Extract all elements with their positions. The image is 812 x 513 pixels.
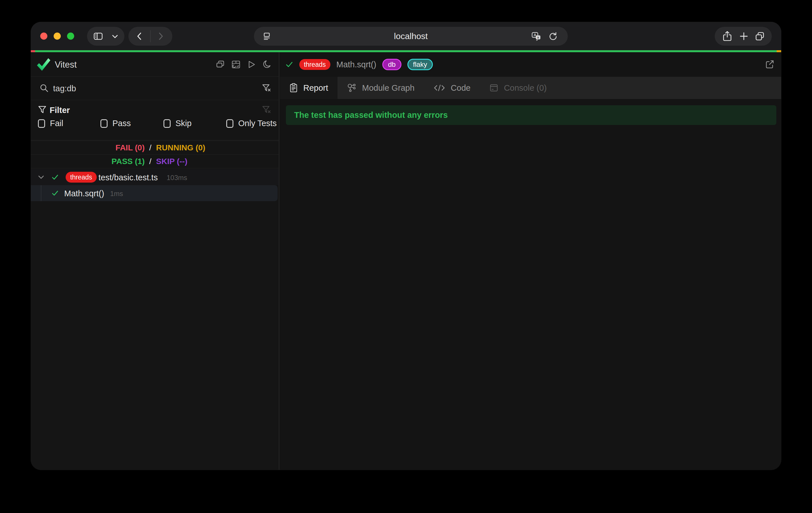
checkbox-icon bbox=[164, 119, 171, 128]
zoom-window-button[interactable] bbox=[67, 32, 74, 40]
share-icon[interactable] bbox=[722, 31, 732, 42]
pool-badge: threads bbox=[299, 59, 330, 70]
filter-funnel-icon bbox=[38, 105, 47, 114]
browser-toolbar: localhost A x bbox=[31, 22, 781, 50]
tab-code[interactable]: Code bbox=[424, 77, 480, 99]
tabs-icon[interactable] bbox=[755, 31, 765, 41]
chevron-down-icon[interactable] bbox=[112, 34, 118, 39]
filter-checkbox-skip[interactable]: Skip bbox=[164, 119, 192, 128]
status-separator: / bbox=[145, 143, 156, 152]
progress-pending-segment bbox=[777, 50, 781, 52]
status-row-pass-skip: PASS (1) / SKIP (--) bbox=[31, 154, 279, 168]
url-text: localhost bbox=[254, 27, 568, 46]
address-bar[interactable]: localhost A x bbox=[254, 27, 568, 46]
checkbox-icon bbox=[100, 119, 108, 128]
tab-label: Report bbox=[303, 83, 328, 93]
dashboard-icon[interactable] bbox=[231, 60, 240, 69]
minimize-window-button[interactable] bbox=[54, 32, 61, 40]
test-detail-panel: threads Math.sqrt() db flaky bbox=[280, 52, 781, 470]
tag-badge-db: db bbox=[382, 59, 401, 70]
code-icon bbox=[433, 84, 445, 92]
test-tree: threads test/basic.test.ts 103ms Math.sq… bbox=[31, 169, 279, 201]
filter-checkbox-fail[interactable]: Fail bbox=[38, 119, 63, 128]
cascade-windows-icon[interactable] bbox=[216, 60, 225, 69]
clear-filter-icon[interactable] bbox=[262, 83, 271, 93]
sidebar-toggle-group bbox=[87, 27, 124, 46]
checkbox-label: Pass bbox=[112, 119, 131, 128]
checkbox-label: Only Tests bbox=[238, 119, 277, 128]
skip-count: SKIP (--) bbox=[156, 157, 279, 166]
running-count: RUNNING (0) bbox=[156, 143, 279, 152]
app-header: Vitest bbox=[31, 52, 279, 77]
header-actions bbox=[216, 60, 272, 69]
banner-text: The test has passed without any errors bbox=[294, 110, 448, 120]
detail-test-title: Math.sqrt() bbox=[337, 60, 376, 69]
tab-console: Console (0) bbox=[480, 77, 556, 99]
nav-buttons-group bbox=[128, 27, 172, 46]
back-icon[interactable] bbox=[136, 32, 143, 41]
chevron-down-icon[interactable] bbox=[38, 175, 45, 179]
test-file-row[interactable]: threads test/basic.test.ts 103ms bbox=[31, 169, 279, 185]
nav-divider bbox=[150, 30, 151, 42]
progress-fail-segment bbox=[31, 50, 35, 52]
checkbox-label: Fail bbox=[50, 119, 63, 128]
vitest-ui: Vitest bbox=[31, 52, 781, 470]
forward-icon[interactable] bbox=[157, 32, 164, 41]
status-row-fail-running: FAIL (0) / RUNNING (0) bbox=[31, 141, 279, 154]
detail-tabbar: Report Module Graph bbox=[280, 77, 781, 99]
test-case-duration: 1ms bbox=[110, 190, 123, 198]
close-window-button[interactable] bbox=[40, 32, 47, 40]
test-file-name: test/basic.test.ts bbox=[98, 173, 158, 182]
pool-badge: threads bbox=[66, 172, 97, 182]
browser-window: localhost A x bbox=[31, 22, 781, 470]
filter-checkbox-only-tests[interactable]: Only Tests bbox=[226, 119, 277, 128]
search-icon bbox=[39, 83, 49, 93]
sidebar-icon[interactable] bbox=[93, 31, 103, 41]
detail-header: threads Math.sqrt() db flaky bbox=[280, 52, 781, 77]
test-explorer-panel: Vitest bbox=[31, 52, 279, 470]
status-separator: / bbox=[145, 157, 156, 166]
test-file-duration: 103ms bbox=[167, 174, 187, 182]
tab-module-graph[interactable]: Module Graph bbox=[338, 77, 424, 99]
tag-badge-flaky: flaky bbox=[407, 59, 433, 70]
fail-count: FAIL (0) bbox=[31, 143, 145, 152]
search-input[interactable]: tag:db bbox=[53, 84, 76, 93]
tab-report[interactable]: Report bbox=[280, 77, 338, 99]
test-passed-banner: The test has passed without any errors bbox=[286, 105, 776, 125]
tree-indent-guide bbox=[41, 185, 41, 201]
app-title: Vitest bbox=[55, 60, 77, 70]
test-progress-bar bbox=[31, 50, 781, 52]
search-bar[interactable]: tag:db bbox=[31, 77, 279, 100]
run-status-summary: FAIL (0) / RUNNING (0) PASS (1) / SKIP (… bbox=[31, 141, 279, 168]
test-case-row[interactable]: Math.sqrt() 1ms bbox=[31, 185, 278, 201]
filter-title: Filter bbox=[50, 106, 70, 115]
tab-label: Code bbox=[451, 83, 470, 93]
filter-checkbox-pass[interactable]: Pass bbox=[100, 119, 131, 128]
pass-check-icon bbox=[51, 173, 59, 181]
checkbox-icon bbox=[226, 119, 233, 128]
tab-label: Module Graph bbox=[362, 83, 414, 93]
pass-check-icon bbox=[285, 60, 293, 68]
vitest-logo-icon bbox=[36, 57, 51, 72]
svg-text:x: x bbox=[537, 36, 539, 39]
reload-icon[interactable] bbox=[548, 31, 558, 41]
pass-check-icon bbox=[51, 190, 59, 197]
clear-all-filters-icon[interactable] bbox=[262, 105, 271, 115]
tab-label: Console (0) bbox=[504, 83, 547, 93]
window-actions-group bbox=[715, 27, 772, 46]
console-icon bbox=[489, 83, 498, 92]
pass-count: PASS (1) bbox=[31, 157, 145, 166]
filter-section: Filter Fail Pass Skip bbox=[31, 101, 279, 140]
dark-mode-moon-icon[interactable] bbox=[263, 60, 272, 69]
test-case-name: Math.sqrt() bbox=[64, 189, 104, 198]
checkbox-label: Skip bbox=[175, 119, 192, 128]
translate-icon[interactable]: A x bbox=[531, 31, 542, 41]
module-graph-icon bbox=[347, 83, 357, 93]
run-all-icon[interactable] bbox=[247, 60, 256, 69]
report-icon bbox=[289, 83, 298, 93]
open-external-icon[interactable] bbox=[765, 59, 775, 69]
new-tab-icon[interactable] bbox=[739, 32, 748, 41]
checkbox-icon bbox=[38, 119, 45, 128]
